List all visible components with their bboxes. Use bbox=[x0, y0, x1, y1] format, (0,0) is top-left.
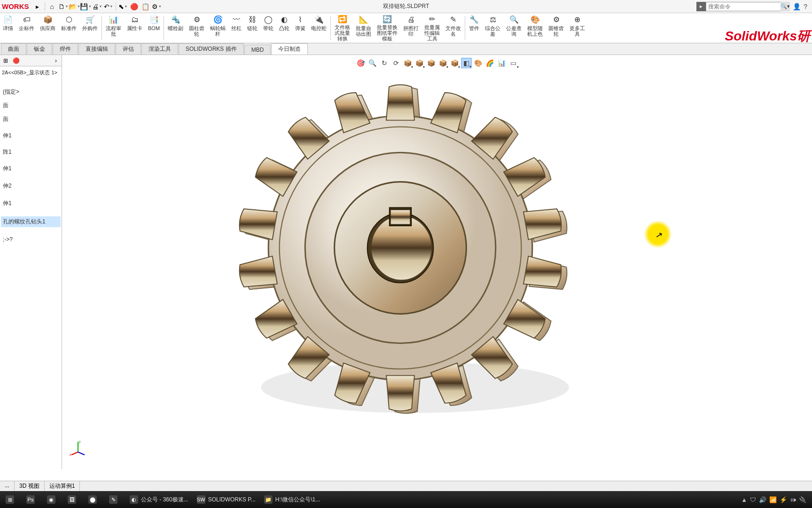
taskbar-item[interactable]: ◉ bbox=[43, 492, 63, 507]
ribbon-详情[interactable]: 📄详情 bbox=[0, 14, 16, 42]
viewtool-12[interactable]: 📊 bbox=[497, 58, 507, 68]
tab-焊件[interactable]: 焊件 bbox=[53, 43, 78, 55]
tab-钣金[interactable]: 钣金 bbox=[27, 43, 52, 55]
ribbon-综合公差[interactable]: ⚖综合公差 bbox=[482, 14, 503, 42]
viewtool-1[interactable]: 🔍 bbox=[367, 58, 378, 68]
viewtool-8[interactable]: 📦▼ bbox=[450, 58, 460, 68]
tray-icon[interactable]: 🔊 bbox=[759, 496, 766, 503]
ribbon-圆锥齿轮[interactable]: ⚙圆锥齿轮 bbox=[546, 14, 567, 42]
user-icon[interactable]: 👤 bbox=[793, 3, 801, 10]
tree-item[interactable]: 伸1 bbox=[1, 198, 61, 209]
ribbon-供应商[interactable]: 📦供应商 bbox=[37, 14, 58, 42]
viewtool-13[interactable]: ▭▼ bbox=[508, 58, 519, 68]
viewtool-0[interactable]: 🎯 bbox=[356, 58, 366, 68]
home-button[interactable]: ⌂ bbox=[47, 1, 57, 12]
tree-item[interactable]: ;->? bbox=[1, 235, 61, 244]
search-go-icon[interactable]: 🔍▾ bbox=[781, 2, 790, 11]
ribbon-外购件[interactable]: 🛒外购件 bbox=[79, 14, 101, 42]
rebuild-button[interactable]: 🔴 bbox=[129, 1, 140, 12]
play-icon[interactable]: ▸ bbox=[32, 1, 43, 12]
ribbon-BOM[interactable]: 📑BOM bbox=[145, 14, 163, 42]
select-button[interactable]: ⬉▼ bbox=[118, 1, 128, 12]
taskbar-item[interactable]: Ps bbox=[23, 492, 42, 507]
ribbon-蜗轮蜗杆[interactable]: 🌀蜗轮蜗杆 bbox=[207, 14, 228, 42]
tab-评估[interactable]: 评估 bbox=[116, 43, 141, 55]
ribbon-链轮[interactable]: ⛓链轮 bbox=[244, 14, 260, 42]
tray-icon[interactable]: 🛡 bbox=[750, 496, 756, 503]
ribbon-螺栓副[interactable]: 🔩螺栓副 bbox=[165, 14, 186, 42]
ribbon-属性卡[interactable]: 🗂属性卡 bbox=[124, 14, 145, 42]
settings-button[interactable]: ⚙▼ bbox=[152, 1, 162, 12]
tree-tab-icon[interactable]: ⊞ bbox=[2, 57, 9, 64]
ribbon-标准件[interactable]: ⬡标准件 bbox=[58, 14, 79, 42]
tab-今日制造[interactable]: 今日制造 bbox=[271, 43, 308, 55]
viewtool-4[interactable]: 📦▼ bbox=[403, 58, 413, 68]
search-input[interactable] bbox=[706, 2, 781, 11]
tab-渲染工具[interactable]: 渲染工具 bbox=[141, 43, 178, 55]
tree-item[interactable]: 阵1 bbox=[1, 147, 61, 158]
taskbar-item[interactable]: ◐公众号 - 360极速... bbox=[126, 492, 192, 507]
appearance-tab-icon[interactable]: 🔴 bbox=[12, 57, 20, 64]
ribbon-文件改名[interactable]: ✎文件改名 bbox=[443, 14, 464, 42]
viewtool-10[interactable]: 🎨 bbox=[473, 58, 484, 68]
tab-MBD[interactable]: MBD bbox=[244, 45, 271, 55]
tab-直接编辑[interactable]: 直接编辑 bbox=[78, 43, 115, 55]
ribbon-带轮[interactable]: ◯带轮 bbox=[260, 14, 276, 42]
help-icon[interactable]: ? bbox=[804, 3, 807, 10]
ribbon-模型随机上色[interactable]: 🎨模型随机上色 bbox=[524, 14, 546, 42]
taskbar-item[interactable]: ⬤ bbox=[85, 492, 104, 507]
ribbon-批量自动出图[interactable]: 📐批量自动出图 bbox=[353, 14, 374, 42]
taskbar-item[interactable]: 🖼 bbox=[64, 492, 84, 507]
ribbon-批量属性编辑工具[interactable]: ✏批量属性编辑工具 bbox=[422, 14, 443, 42]
ribbon-公差查询[interactable]: 🔍公差查询 bbox=[503, 14, 524, 42]
tree-item[interactable]: 伸2 bbox=[1, 181, 61, 191]
tree-item[interactable]: (指定> bbox=[1, 87, 61, 97]
tree-item[interactable]: 面 bbox=[1, 100, 61, 111]
open-button[interactable]: 📂▼ bbox=[70, 1, 80, 12]
tray-icon[interactable]: 🕪 bbox=[790, 496, 796, 503]
taskbar-item[interactable]: SWSOLIDWORKS P... bbox=[193, 492, 259, 507]
ribbon-圆柱齿轮[interactable]: ⚙圆柱齿轮 bbox=[186, 14, 207, 42]
bottom-tab-3D 视图[interactable]: 3D 视图 bbox=[15, 481, 45, 491]
tray-icon[interactable]: ▲ bbox=[741, 496, 747, 503]
tray-icon[interactable]: 🔌 bbox=[799, 496, 806, 503]
ribbon-凸轮[interactable]: ◐凸轮 bbox=[276, 14, 292, 42]
tray-icon[interactable]: 📶 bbox=[769, 496, 777, 503]
tree-item[interactable]: 面 bbox=[1, 114, 61, 125]
viewtool-2[interactable]: ↻ bbox=[379, 58, 390, 68]
new-button[interactable]: 🗋▼ bbox=[58, 1, 69, 12]
expand-icon[interactable]: › bbox=[52, 57, 60, 64]
ribbon-批量替换图纸零件模板[interactable]: 🔄批量替换图纸零件模板 bbox=[374, 14, 400, 42]
viewtool-11[interactable]: 🌈 bbox=[485, 58, 495, 68]
undo-button[interactable]: ↶▼ bbox=[103, 1, 114, 12]
tab-SOLIDWORKS 插件[interactable]: SOLIDWORKS 插件 bbox=[179, 43, 244, 55]
ribbon-文件格式批量转换[interactable]: 🔁文件格式批量转换 bbox=[332, 14, 353, 42]
ribbon-弹簧[interactable]: ⌇弹簧 bbox=[292, 14, 308, 42]
options-button[interactable]: 📋 bbox=[141, 1, 151, 12]
viewtool-7[interactable]: 📦▼ bbox=[438, 58, 448, 68]
taskbar-item[interactable]: 📁H:\微信公众号\1... bbox=[260, 492, 324, 507]
ribbon-管件[interactable]: 🔧管件 bbox=[466, 14, 482, 42]
tab-曲面[interactable]: 曲面 bbox=[1, 43, 26, 55]
ribbon-流程审批[interactable]: 📊流程审批 bbox=[103, 14, 124, 42]
ribbon-丝杠[interactable]: 〰丝杠 bbox=[228, 14, 244, 42]
graphics-viewport[interactable]: 🎯🔍↻⟳📦▼📦▼📦📦▼📦▼◧▼🎨🌈📊▭▼ bbox=[62, 55, 812, 469]
ribbon-拼图打印[interactable]: 🖨拼图打印 bbox=[400, 14, 422, 42]
ribbon-更多工具[interactable]: ⊕更多工具 bbox=[567, 14, 588, 42]
tree-item[interactable]: 孔的螺纹孔钻头1 bbox=[1, 216, 61, 227]
ribbon-电控柜[interactable]: 🔌电控柜 bbox=[308, 14, 329, 42]
tray-icon[interactable]: ⚡ bbox=[780, 496, 787, 503]
search-icon[interactable]: ▸ bbox=[696, 2, 706, 11]
viewtool-9[interactable]: ◧▼ bbox=[461, 58, 472, 68]
bottom-tab-运动算例1[interactable]: 运动算例1 bbox=[45, 481, 80, 491]
viewtool-5[interactable]: 📦▼ bbox=[414, 58, 425, 68]
save-button[interactable]: 💾▼ bbox=[81, 1, 91, 12]
viewtool-6[interactable]: 📦 bbox=[426, 58, 437, 68]
tree-header[interactable]: 2A<<05B>_显示状态 1> bbox=[1, 67, 61, 78]
taskbar-item[interactable]: ✎ bbox=[105, 492, 125, 507]
tree-item[interactable]: 伸1 bbox=[1, 130, 61, 141]
print-button[interactable]: 🖨▼ bbox=[92, 1, 102, 12]
bottom-tab-...[interactable]: ... bbox=[0, 481, 15, 491]
viewtool-3[interactable]: ⟳ bbox=[391, 58, 401, 68]
tree-item[interactable]: 伸1 bbox=[1, 163, 61, 174]
